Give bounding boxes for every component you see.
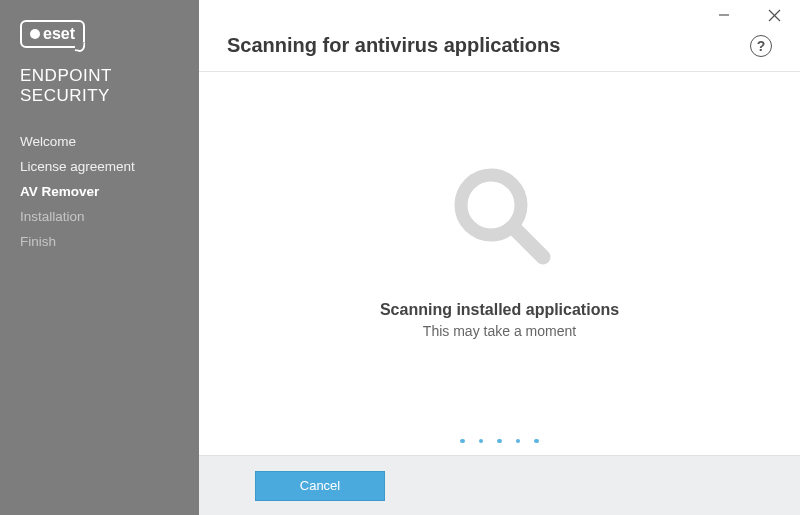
page-title: Scanning for antivirus applications <box>227 34 560 57</box>
close-button[interactable] <box>754 1 794 29</box>
sidebar-item-finish: Finish <box>0 229 199 254</box>
sidebar-item-welcome: Welcome <box>0 129 199 154</box>
minimize-icon <box>718 9 730 21</box>
sidebar-item-license-agreement: License agreement <box>0 154 199 179</box>
product-name-line1: ENDPOINT <box>0 66 199 86</box>
page-header: Scanning for antivirus applications ? <box>199 30 800 72</box>
help-icon: ? <box>757 38 766 54</box>
footer-bar: Cancel <box>199 455 800 515</box>
wizard-steps: Welcome License agreement AV Remover Ins… <box>0 129 199 254</box>
main-panel: Scanning for antivirus applications ? Sc… <box>199 0 800 515</box>
help-button[interactable]: ? <box>750 35 772 57</box>
window-controls <box>199 0 800 30</box>
brand-logo: eset <box>0 20 199 66</box>
svg-line-4 <box>515 229 543 257</box>
sidebar-item-installation: Installation <box>0 204 199 229</box>
brand-logo-text: eset <box>43 25 75 43</box>
minimize-button[interactable] <box>704 1 744 29</box>
close-icon <box>768 9 781 22</box>
content-area: Scanning installed applications This may… <box>199 72 800 455</box>
cancel-button[interactable]: Cancel <box>255 471 385 501</box>
status-subtitle: This may take a moment <box>423 323 576 339</box>
sidebar-item-av-remover: AV Remover <box>0 179 199 204</box>
progress-dots <box>460 439 539 444</box>
status-title: Scanning installed applications <box>380 301 619 319</box>
product-name-line2: SECURITY <box>0 86 199 106</box>
magnifier-icon <box>445 159 555 273</box>
sidebar: eset ENDPOINT SECURITY Welcome License a… <box>0 0 199 515</box>
